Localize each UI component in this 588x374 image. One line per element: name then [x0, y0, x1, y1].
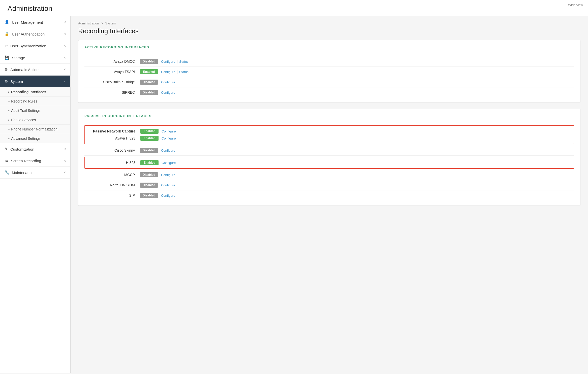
- sidebar-item-user-management[interactable]: 👤 User Management <: [0, 16, 70, 28]
- sidebar-item-user-authentication[interactable]: 🔒 User Authentication <: [0, 28, 70, 40]
- table-row: SIPDisabledConfigure: [84, 190, 574, 200]
- interface-actions: Configure: [161, 194, 175, 197]
- table-row: SIPRECDisabledConfigure: [84, 87, 574, 97]
- sidebar: 👤 User Management < 🔒 User Authenticatio…: [0, 16, 71, 373]
- action-link-status[interactable]: Status: [179, 70, 189, 74]
- action-link-configure[interactable]: Configure: [161, 91, 175, 94]
- interface-name: MGCP: [84, 173, 140, 177]
- interface-name: Passive Network Capture: [85, 129, 140, 133]
- subitem-label-recording-interfaces: Recording Interfaces: [11, 90, 46, 94]
- icon-user-management: 👤: [5, 20, 9, 24]
- icon-automatic-actions: ⚙: [5, 67, 8, 72]
- action-separator: |: [177, 59, 178, 63]
- sidebar-item-maintenance[interactable]: 🔧 Maintenance <: [0, 167, 70, 179]
- interface-name: Avaya H.323: [85, 136, 140, 140]
- main-content: Administration > System Recording Interf…: [71, 16, 588, 373]
- table-row: Avaya H.323EnabledConfigure: [85, 135, 574, 142]
- action-link-configure[interactable]: Configure: [162, 161, 176, 165]
- sidebar-item-customization[interactable]: ✎ Customization <: [0, 143, 70, 155]
- action-link-configure[interactable]: Configure: [161, 194, 175, 197]
- status-badge: Disabled: [140, 59, 158, 64]
- arrow-advanced-settings: »: [8, 137, 10, 140]
- arrow-recording-rules: »: [8, 100, 10, 103]
- interface-actions: Configure: [161, 183, 175, 187]
- sidebar-subitem-recording-rules[interactable]: »Recording Rules: [0, 97, 70, 106]
- table-row: H.323EnabledConfigure: [85, 159, 574, 166]
- subitem-label-phone-services: Phone Services: [11, 118, 36, 122]
- icon-user-authentication: 🔒: [5, 32, 9, 36]
- subitem-label-advanced-settings: Advanced Settings: [11, 137, 41, 141]
- sidebar-label-user-management: User Management: [12, 20, 43, 24]
- action-link-status[interactable]: Status: [179, 60, 189, 63]
- interface-name: Nortel UNISTIM: [84, 183, 140, 187]
- interface-actions: Configure: [161, 173, 175, 177]
- interface-name: Avaya DMCC: [84, 59, 140, 63]
- sidebar-label-automatic-actions: Automatic Actions: [10, 67, 40, 72]
- status-badge: Disabled: [140, 193, 158, 198]
- interface-actions: Configure: [162, 129, 176, 133]
- icon-maintenance: 🔧: [5, 170, 9, 175]
- chevron-user-synchronization: <: [64, 44, 66, 48]
- table-row: Avaya TSAPIEnabledConfigure|Status: [84, 67, 574, 77]
- table-row: MGCPDisabledConfigure: [84, 170, 574, 180]
- sidebar-subitem-audit-trail-settings[interactable]: »Audit Trail Settings: [0, 106, 70, 115]
- status-badge: Enabled: [140, 129, 159, 134]
- content-title: Recording Interfaces: [78, 27, 580, 35]
- interface-name: Cisco Skinny: [84, 148, 140, 152]
- subitem-label-audit-trail-settings: Audit Trail Settings: [11, 109, 41, 113]
- sidebar-label-storage: Storage: [12, 56, 25, 60]
- sidebar-item-storage[interactable]: 💾 Storage <: [0, 52, 70, 64]
- interface-actions: Configure|Status: [161, 59, 189, 63]
- icon-screen-recording: 🖥: [5, 159, 8, 163]
- action-link-configure[interactable]: Configure: [161, 173, 175, 177]
- interface-name: Cisco Built-in-Bridge: [84, 80, 140, 84]
- wide-view-link[interactable]: Wide view: [568, 3, 583, 7]
- active-recording-section: ACTIVE RECORDING INTERFACES Avaya DMCCDi…: [78, 40, 580, 103]
- sidebar-label-customization: Customization: [10, 147, 34, 151]
- subitem-label-phone-number-normalization: Phone Number Normalization: [11, 127, 57, 131]
- interface-actions: Configure: [161, 91, 175, 94]
- table-row: Avaya DMCCDisabledConfigure|Status: [84, 56, 574, 67]
- chevron-storage: <: [64, 56, 66, 59]
- table-row: Passive Network CaptureEnabledConfigure: [85, 128, 574, 135]
- interface-actions: Configure: [161, 149, 175, 152]
- action-link-configure[interactable]: Configure: [161, 80, 175, 84]
- table-row: Nortel UNISTIMDisabledConfigure: [84, 180, 574, 190]
- icon-system: ⚙: [5, 79, 8, 84]
- status-badge: Disabled: [140, 148, 158, 153]
- sidebar-subitem-phone-services[interactable]: »Phone Services: [0, 115, 70, 125]
- sidebar-item-system[interactable]: ⚙ System ∨: [0, 76, 70, 87]
- sidebar-item-automatic-actions[interactable]: ⚙ Automatic Actions <: [0, 64, 70, 76]
- chevron-automatic-actions: <: [64, 68, 66, 71]
- sidebar-item-user-synchronization[interactable]: ⇌ User Synchronization <: [0, 40, 70, 52]
- chevron-user-authentication: <: [64, 32, 66, 36]
- chevron-customization: <: [64, 147, 66, 151]
- status-badge: Enabled: [140, 160, 159, 165]
- action-link-configure[interactable]: Configure: [161, 70, 175, 74]
- sidebar-item-screen-recording[interactable]: 🖥 Screen Recording <: [0, 155, 70, 167]
- highlighted-group: H.323EnabledConfigure: [84, 157, 574, 169]
- passive-section-heading: PASSIVE RECORDING INTERFACES: [84, 114, 574, 121]
- action-link-configure[interactable]: Configure: [162, 129, 176, 133]
- sidebar-subitem-phone-number-normalization[interactable]: »Phone Number Normalization: [0, 125, 70, 134]
- arrow-phone-services: »: [8, 118, 10, 121]
- action-link-configure[interactable]: Configure: [161, 60, 175, 63]
- interface-actions: Configure: [162, 161, 176, 165]
- sidebar-subitem-recording-interfaces[interactable]: »Recording Interfaces: [0, 87, 70, 97]
- status-badge: Enabled: [140, 69, 158, 74]
- sidebar-label-system: System: [10, 79, 23, 84]
- chevron-system: ∨: [64, 80, 66, 83]
- sidebar-subitem-advanced-settings[interactable]: »Advanced Settings: [0, 134, 70, 143]
- action-link-configure[interactable]: Configure: [162, 137, 176, 140]
- interface-actions: Configure: [162, 137, 176, 140]
- highlighted-group: Passive Network CaptureEnabledConfigureA…: [84, 125, 574, 144]
- interface-name: Avaya TSAPI: [84, 70, 140, 74]
- action-link-configure[interactable]: Configure: [161, 183, 175, 187]
- interface-name: SIP: [84, 193, 140, 197]
- icon-storage: 💾: [5, 55, 9, 60]
- action-link-configure[interactable]: Configure: [161, 149, 175, 152]
- status-badge: Disabled: [140, 172, 158, 177]
- interface-name: SIPREC: [84, 90, 140, 94]
- page-title: Administration: [8, 5, 580, 13]
- sidebar-label-maintenance: Maintenance: [12, 171, 34, 175]
